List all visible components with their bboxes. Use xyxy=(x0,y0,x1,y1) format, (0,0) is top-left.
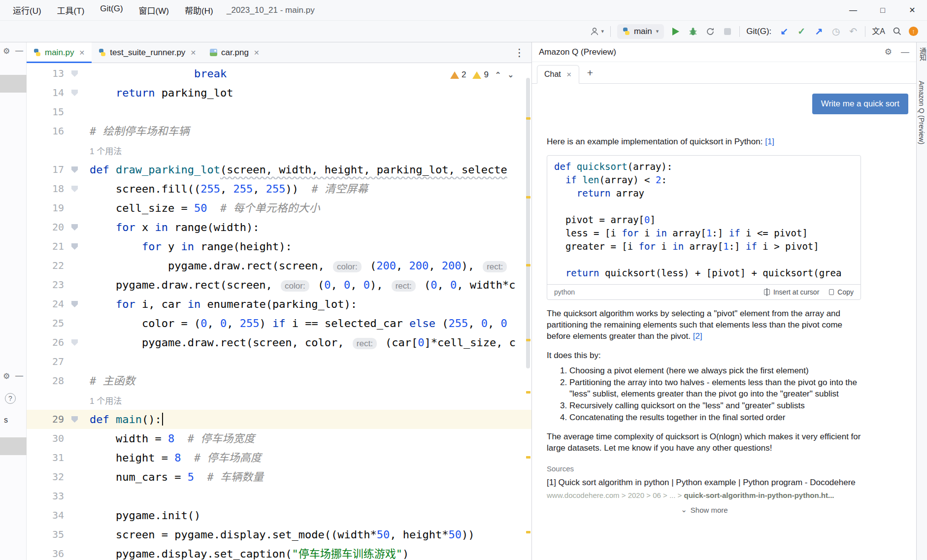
close-icon[interactable]: ✕ xyxy=(190,49,196,57)
scrollbar-thumb[interactable] xyxy=(526,78,530,368)
editor-tab-car.png[interactable]: car.png✕ xyxy=(203,42,266,63)
git-push-button[interactable]: ↗ xyxy=(813,24,824,39)
line-number[interactable]: 17 xyxy=(27,160,66,179)
code-editor[interactable]: 13 break14 return parking_lot1516# 绘制停车场… xyxy=(27,63,531,560)
line-number[interactable]: 18 xyxy=(27,179,66,198)
warning-stripe-mark[interactable] xyxy=(526,531,530,533)
line-number[interactable]: 20 xyxy=(27,218,66,237)
code-line[interactable]: 29def main(): xyxy=(27,410,531,429)
warning-count-2[interactable]: 9 xyxy=(472,70,488,80)
code-line[interactable]: 14 return parking_lot xyxy=(27,83,531,102)
code-line[interactable]: 24 for i, car in enumerate(parking_lot): xyxy=(27,295,531,314)
menu-item[interactable]: 帮助(H) xyxy=(179,1,219,19)
maximize-window-button[interactable]: □ xyxy=(868,0,897,21)
code-line[interactable]: 34 pygame.init() xyxy=(27,506,531,525)
inlay-row[interactable]: 1 个用法 xyxy=(27,141,531,160)
fold-icon[interactable] xyxy=(66,218,84,237)
line-number[interactable]: 27 xyxy=(27,352,66,371)
gutter-mark-icon[interactable] xyxy=(66,179,84,198)
new-tab-button[interactable]: + xyxy=(587,67,593,83)
coverage-button[interactable] xyxy=(705,24,716,39)
editor-tab-test_suite_runner.py[interactable]: test_suite_runner.py✕ xyxy=(92,42,203,63)
previous-issue-button[interactable]: ⌃ xyxy=(495,70,501,79)
hide-panel-icon[interactable]: — xyxy=(901,47,909,57)
code-line[interactable]: 20 for x in range(width): xyxy=(27,218,531,237)
line-number[interactable]: 25 xyxy=(27,314,66,333)
code-line[interactable]: 17def draw_parking_lot(screen, width, he… xyxy=(27,160,531,179)
ide-update-badge[interactable]: ↑ xyxy=(909,27,918,36)
line-number[interactable]: 30 xyxy=(27,429,66,448)
line-number[interactable]: 34 xyxy=(27,506,66,525)
code-line[interactable]: 31 height = 8 # 停车场高度 xyxy=(27,448,531,467)
code-line[interactable]: 18 screen.fill((255, 255, 255)) # 清空屏幕 xyxy=(27,179,531,198)
more-tabs-icon[interactable]: ⋮ xyxy=(514,47,531,59)
code-line[interactable]: 19 cell_size = 50 # 每个单元格的大小 xyxy=(27,198,531,218)
code-line[interactable]: 28# 主函数 xyxy=(27,371,531,391)
code-line[interactable]: 27 xyxy=(27,352,531,371)
line-number[interactable]: 21 xyxy=(27,237,66,256)
line-number[interactable]: 36 xyxy=(27,544,66,560)
git-history-button[interactable]: ◷ xyxy=(830,24,841,39)
line-number[interactable]: 26 xyxy=(27,333,66,352)
line-number[interactable] xyxy=(27,141,66,160)
gutter-mark-icon[interactable] xyxy=(66,83,84,102)
warning-stripe-mark[interactable] xyxy=(526,196,530,198)
line-number[interactable]: 14 xyxy=(27,83,66,102)
user-account-button[interactable]: ▾ xyxy=(590,24,604,39)
code-line[interactable]: 15 xyxy=(27,102,531,122)
tab-chat[interactable]: Chat ✕ xyxy=(537,65,579,84)
close-window-button[interactable]: ✕ xyxy=(897,0,927,21)
editor-tab-main.py[interactable]: main.py✕ xyxy=(27,42,92,63)
code-block-body[interactable]: def quicksort(array): if len(array) < 2:… xyxy=(547,156,861,284)
menu-item[interactable]: 运行(U) xyxy=(7,1,47,19)
selected-item-fragment[interactable] xyxy=(0,437,27,455)
line-number[interactable]: 29 xyxy=(27,410,66,429)
show-more-button[interactable]: ⌄Show more xyxy=(547,505,862,514)
code-line[interactable]: 22 pygame.draw.rect(screen, color: (200,… xyxy=(27,256,531,275)
tool-window-button-notifications[interactable]: 通知 xyxy=(918,47,927,61)
line-number[interactable]: 13 xyxy=(27,64,66,83)
hide-panel-icon[interactable]: — xyxy=(15,371,23,380)
copy-button[interactable]: Copy xyxy=(829,288,854,296)
run-button[interactable] xyxy=(670,24,681,39)
line-number[interactable]: 24 xyxy=(27,295,66,314)
debug-button[interactable] xyxy=(688,24,698,39)
gutter-mark-icon[interactable] xyxy=(66,333,84,352)
inspections-widget[interactable]: 2 9 ⌃ ⌄ xyxy=(447,69,517,81)
line-number[interactable]: 15 xyxy=(27,102,66,122)
menu-item[interactable]: 窗口(W) xyxy=(133,1,175,19)
line-number[interactable] xyxy=(27,391,66,410)
insert-at-cursor-button[interactable]: Insert at cursor xyxy=(764,288,819,296)
code-line[interactable]: 21 for y in range(height): xyxy=(27,237,531,256)
warning-stripe-mark[interactable] xyxy=(526,264,530,266)
hide-panel-icon[interactable]: — xyxy=(15,46,23,55)
usages-inlay-hint[interactable]: 1 个用法 xyxy=(90,147,122,156)
close-icon[interactable]: ✕ xyxy=(566,71,572,78)
fold-icon[interactable] xyxy=(66,295,84,314)
stop-button[interactable] xyxy=(722,24,733,39)
usages-inlay-hint[interactable]: 1 个用法 xyxy=(90,396,122,406)
warning-stripe-mark[interactable] xyxy=(526,391,530,394)
gear-icon[interactable]: ⚙ xyxy=(3,46,10,56)
code-line[interactable]: 26 pygame.draw.rect(screen, color, rect:… xyxy=(27,333,531,352)
warning-stripe-mark[interactable] xyxy=(526,456,530,459)
code-line[interactable]: 16# 绘制停车场和车辆 xyxy=(27,122,531,141)
code-line[interactable]: 32 num_cars = 5 # 车辆数量 xyxy=(27,467,531,487)
warning-count-1[interactable]: 2 xyxy=(450,70,466,80)
close-icon[interactable]: ✕ xyxy=(79,49,85,57)
help-icon[interactable]: ? xyxy=(5,393,16,404)
gear-icon[interactable]: ⚙ xyxy=(3,371,10,381)
inlay-row[interactable]: 1 个用法 xyxy=(27,391,531,410)
code-line[interactable]: 35 screen = pygame.display.set_mode((wid… xyxy=(27,525,531,544)
git-rollback-button[interactable]: ↶ xyxy=(848,24,859,39)
line-number[interactable]: 22 xyxy=(27,256,66,275)
translate-icon[interactable]: 文A xyxy=(872,24,885,39)
warning-stripe-mark[interactable] xyxy=(526,117,530,120)
search-everywhere-button[interactable] xyxy=(892,24,902,39)
line-number[interactable]: 33 xyxy=(27,487,66,506)
next-issue-button[interactable]: ⌄ xyxy=(507,70,514,79)
gutter-mark-icon[interactable] xyxy=(66,64,84,83)
line-number[interactable]: 16 xyxy=(27,122,66,141)
line-number[interactable]: 23 xyxy=(27,275,66,295)
fold-icon[interactable] xyxy=(66,160,84,179)
